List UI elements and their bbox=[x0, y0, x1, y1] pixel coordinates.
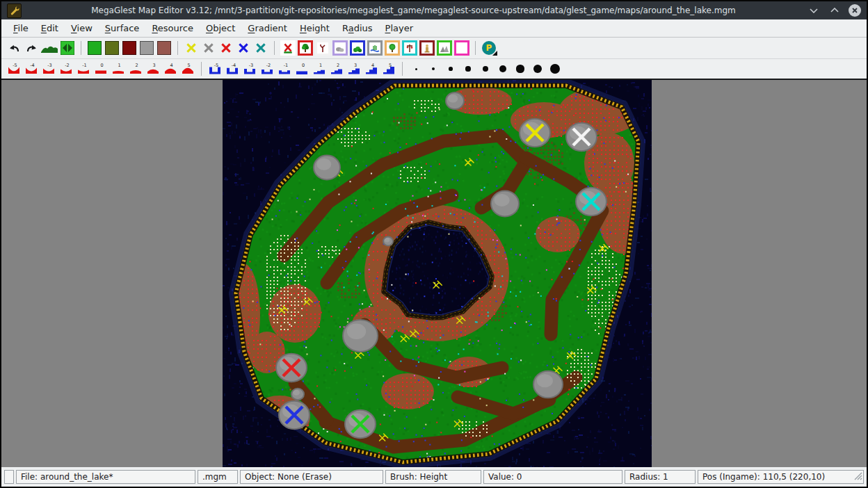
svg-text:0: 0 bbox=[100, 63, 103, 68]
surface-road-swatch bbox=[122, 41, 136, 55]
height-brush-2-button[interactable]: 2 bbox=[127, 60, 144, 78]
close-button[interactable] bbox=[849, 4, 861, 17]
radius-7-dot bbox=[516, 65, 524, 72]
menu-file[interactable]: File bbox=[7, 22, 35, 35]
height-brush-1-button[interactable]: 1 bbox=[110, 60, 127, 78]
menu-object[interactable]: Object bbox=[200, 22, 241, 35]
height-brush--4-button[interactable]: -4 bbox=[23, 60, 40, 78]
object-stone-button[interactable] bbox=[332, 39, 348, 57]
menu-height[interactable]: Height bbox=[294, 22, 336, 35]
toolbar-separator bbox=[475, 41, 476, 55]
gradient-brush-4-button[interactable]: 4 bbox=[363, 60, 380, 78]
surface-road-button[interactable] bbox=[121, 39, 138, 57]
object-statues-button[interactable] bbox=[419, 39, 435, 57]
menu-player[interactable]: Player bbox=[379, 22, 419, 35]
menu-radius[interactable]: Radius bbox=[336, 22, 379, 35]
radius-2-dot bbox=[432, 67, 435, 70]
minimize-button[interactable] bbox=[805, 3, 822, 17]
menu-surface[interactable]: Surface bbox=[99, 22, 146, 35]
object-statues-icon bbox=[419, 40, 435, 56]
menu-gradient[interactable]: Gradient bbox=[241, 22, 294, 35]
surface-secondary-grass-button[interactable] bbox=[104, 39, 120, 57]
radius-3-dot bbox=[449, 67, 453, 71]
gradient-brush-5-button[interactable]: 5 bbox=[380, 60, 397, 78]
object-big-rock-button[interactable] bbox=[436, 39, 453, 57]
height-brush-3-button[interactable]: 3 bbox=[145, 60, 161, 78]
object-none-erase-button[interactable] bbox=[280, 39, 296, 57]
gradient-brush--4-button[interactable]: -4 bbox=[224, 60, 241, 78]
svg-text:1: 1 bbox=[319, 63, 322, 68]
window-title: MegaGlest Map Editor v3.12; /mnt/3-parti… bbox=[26, 6, 801, 15]
status-file: File: around_the_lake* bbox=[16, 470, 195, 484]
status-value: Value: 0 bbox=[483, 470, 622, 484]
status-radius: Radius: 1 bbox=[625, 470, 696, 484]
radius-4-button[interactable] bbox=[460, 60, 476, 78]
gradient-brush--2-button[interactable]: -2 bbox=[259, 60, 275, 78]
resource-custom-3-button[interactable] bbox=[252, 39, 269, 57]
swap-surfaces-button[interactable] bbox=[59, 39, 76, 57]
redo-button[interactable] bbox=[23, 39, 40, 57]
object-dead-tree-icon bbox=[315, 40, 330, 56]
height-brush--1-button[interactable]: -1 bbox=[75, 60, 92, 78]
status-object: Object: None (Erase) bbox=[240, 470, 383, 484]
resource-gold-button[interactable] bbox=[183, 39, 200, 57]
gradient-brush-1-button[interactable]: 1 bbox=[311, 60, 328, 78]
radius-7-button[interactable] bbox=[512, 60, 529, 78]
height-brush-5-button[interactable]: 5 bbox=[179, 60, 196, 78]
object-bush-button[interactable] bbox=[349, 39, 366, 57]
height-brush--2-button[interactable]: -2 bbox=[58, 60, 74, 78]
smooth-terrain-button[interactable] bbox=[40, 39, 58, 57]
svg-text:3: 3 bbox=[354, 63, 357, 68]
surface-grass-button[interactable] bbox=[86, 39, 103, 57]
gradient-brush-0-button[interactable]: 0 bbox=[294, 60, 310, 78]
object-big-tree-button[interactable] bbox=[384, 39, 401, 57]
svg-text:-4: -4 bbox=[232, 63, 236, 68]
surface-stone-button[interactable] bbox=[138, 39, 155, 57]
resize-grip[interactable] bbox=[853, 471, 862, 482]
undo-button[interactable] bbox=[6, 39, 22, 57]
resource-custom-2-button[interactable] bbox=[235, 39, 252, 57]
resource-custom-1-button[interactable] bbox=[218, 39, 234, 57]
toolbar-separator bbox=[81, 41, 81, 55]
player-brush-button[interactable]: P bbox=[481, 39, 497, 57]
radius-5-button[interactable] bbox=[477, 60, 494, 78]
menu-resource[interactable]: Resource bbox=[145, 22, 200, 35]
svg-text:2: 2 bbox=[337, 63, 339, 68]
svg-text:-2: -2 bbox=[65, 63, 69, 68]
gradient-brush--3-button[interactable]: -3 bbox=[241, 60, 258, 78]
title-bar[interactable]: MegaGlest Map Editor v3.12; /mnt/3-parti… bbox=[1, 1, 867, 19]
radius-8-button[interactable] bbox=[529, 60, 546, 78]
resource-stone-button[interactable] bbox=[200, 39, 217, 57]
radius-2-button[interactable] bbox=[425, 60, 442, 78]
radius-3-button[interactable] bbox=[442, 60, 459, 78]
surface-ground-button[interactable] bbox=[156, 39, 172, 57]
height-brush-0-button[interactable]: 0 bbox=[93, 60, 109, 78]
height-brush--5-button[interactable]: -5 bbox=[6, 60, 22, 78]
surface-ground-swatch bbox=[157, 41, 171, 55]
object-tree-button[interactable] bbox=[297, 39, 314, 57]
gradient-brush-2-button[interactable]: 2 bbox=[328, 60, 345, 78]
height-brush-4-button[interactable]: 4 bbox=[162, 60, 179, 78]
menu-edit[interactable]: Edit bbox=[35, 22, 65, 35]
object-water-object-button[interactable] bbox=[367, 39, 383, 57]
status-brush: Brush: Height bbox=[385, 470, 481, 484]
object-dead-tree-button[interactable] bbox=[314, 39, 331, 57]
radius-1-button[interactable] bbox=[408, 60, 424, 78]
radius-1-dot bbox=[415, 68, 417, 70]
gradient-brush--5-button[interactable]: -5 bbox=[207, 60, 223, 78]
svg-text:-3: -3 bbox=[47, 63, 51, 68]
map-workspace bbox=[1, 80, 867, 467]
menu-view[interactable]: View bbox=[65, 22, 99, 35]
gradient-brush--1-button[interactable]: -1 bbox=[276, 60, 293, 78]
object-hanged-impaled-button[interactable] bbox=[401, 39, 418, 57]
maximize-button[interactable] bbox=[826, 3, 843, 17]
radius-9-button[interactable] bbox=[547, 60, 563, 78]
toolbar-separator bbox=[201, 62, 202, 76]
status-extension: .mgm bbox=[198, 470, 238, 484]
gradient-brush-3-button[interactable]: 3 bbox=[346, 60, 362, 78]
map-canvas[interactable] bbox=[223, 80, 652, 467]
height-brush--3-button[interactable]: -3 bbox=[40, 60, 57, 78]
radius-6-button[interactable] bbox=[495, 60, 511, 78]
object-invisible-blocking-button[interactable] bbox=[453, 39, 470, 57]
radius-6-dot bbox=[499, 65, 506, 72]
